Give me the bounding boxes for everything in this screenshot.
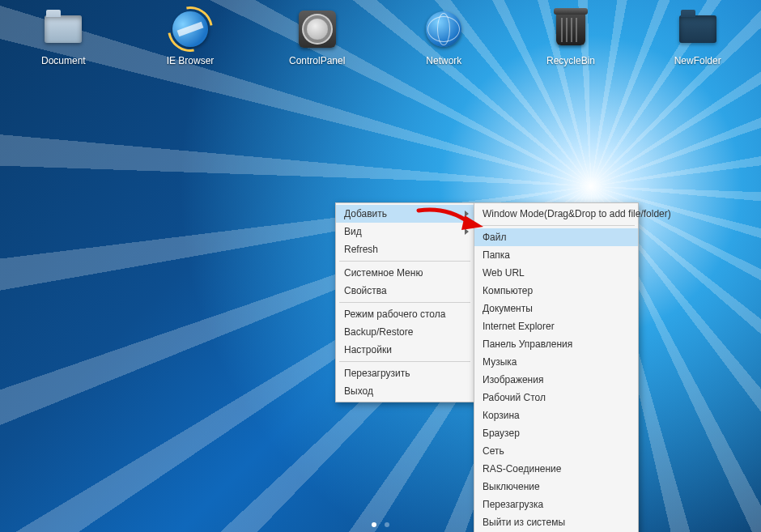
menu-item-desktop-mode[interactable]: Режим рабочего стола <box>336 305 474 323</box>
submenu-add: Window Mode(Drag&Drop to add file/folder… <box>474 202 639 532</box>
submenu-item-control-panel[interactable]: Панель Управления <box>474 335 638 353</box>
menu-item-settings[interactable]: Настройки <box>336 341 474 359</box>
submenu-item-reboot[interactable]: Перезагрузка <box>474 496 638 513</box>
folder-icon <box>42 8 84 50</box>
submenu-item-browser[interactable]: Браузер <box>474 424 638 442</box>
desktop-icon-control-panel[interactable]: ControlPanel <box>253 8 380 66</box>
page-dot-2[interactable] <box>385 522 389 527</box>
icon-label: NewFolder <box>634 55 761 66</box>
submenu-item-logoff[interactable]: Выйти из системы <box>474 513 638 531</box>
menu-separator <box>478 225 635 226</box>
context-menu: Добавить Вид Refresh Системное Меню Свой… <box>335 202 474 402</box>
submenu-item-ras-connection[interactable]: RAS-Соединение <box>474 460 638 478</box>
desktop-icon-network[interactable]: Network <box>380 8 508 66</box>
submenu-item-window-mode[interactable]: Window Mode(Drag&Drop to add file/folder… <box>474 205 638 223</box>
icon-label: ControlPanel <box>253 55 380 66</box>
icon-label: Network <box>380 55 508 66</box>
submenu-item-network[interactable]: Сеть <box>474 442 638 460</box>
globe-icon <box>423 8 465 50</box>
menu-item-refresh[interactable]: Refresh <box>336 240 474 258</box>
ie-icon <box>169 8 211 50</box>
desktop-icon-new-folder[interactable]: NewFolder <box>634 8 761 66</box>
submenu-item-recycle-bin[interactable]: Корзина <box>474 406 638 424</box>
submenu-item-file[interactable]: Файл <box>474 228 638 246</box>
menu-item-system-menu[interactable]: Системное Меню <box>336 264 474 282</box>
menu-separator <box>339 302 470 303</box>
submenu-item-documents[interactable]: Документы <box>474 300 638 317</box>
submenu-item-internet-explorer[interactable]: Internet Explorer <box>474 317 638 335</box>
menu-item-view[interactable]: Вид <box>336 223 474 240</box>
submenu-item-web-url[interactable]: Web URL <box>474 264 638 282</box>
submenu-item-pictures[interactable]: Изображения <box>474 371 638 389</box>
desktop-icon-ie-browser[interactable]: IE Browser <box>127 8 254 66</box>
menu-item-exit[interactable]: Выход <box>336 382 474 400</box>
submenu-item-shutdown[interactable]: Выключение <box>474 478 638 496</box>
submenu-item-computer[interactable]: Компьютер <box>474 282 638 300</box>
desktop-icon-document[interactable]: Document <box>0 8 127 66</box>
menu-item-properties[interactable]: Свойства <box>336 282 474 300</box>
desktop-icon-row: Document IE Browser ControlPanel Network… <box>0 8 761 66</box>
icon-label: RecycleBin <box>508 55 635 66</box>
desktop-icon-recycle-bin[interactable]: RecycleBin <box>508 8 635 66</box>
control-panel-icon <box>296 8 338 50</box>
menu-item-restart[interactable]: Перезагрузить <box>336 364 474 382</box>
folder-icon <box>677 8 719 50</box>
submenu-item-desktop[interactable]: Рабочий Стол <box>474 389 638 406</box>
icon-label: IE Browser <box>127 55 254 66</box>
page-dot-1[interactable] <box>372 522 376 527</box>
icon-label: Document <box>0 55 127 66</box>
page-indicator <box>372 522 389 527</box>
recycle-bin-icon <box>550 8 592 50</box>
menu-item-add[interactable]: Добавить <box>336 205 474 223</box>
submenu-item-music[interactable]: Музыка <box>474 353 638 371</box>
menu-separator <box>339 361 470 362</box>
menu-separator <box>339 261 470 262</box>
submenu-item-folder[interactable]: Папка <box>474 246 638 264</box>
menu-item-backup-restore[interactable]: Backup/Restore <box>336 323 474 341</box>
